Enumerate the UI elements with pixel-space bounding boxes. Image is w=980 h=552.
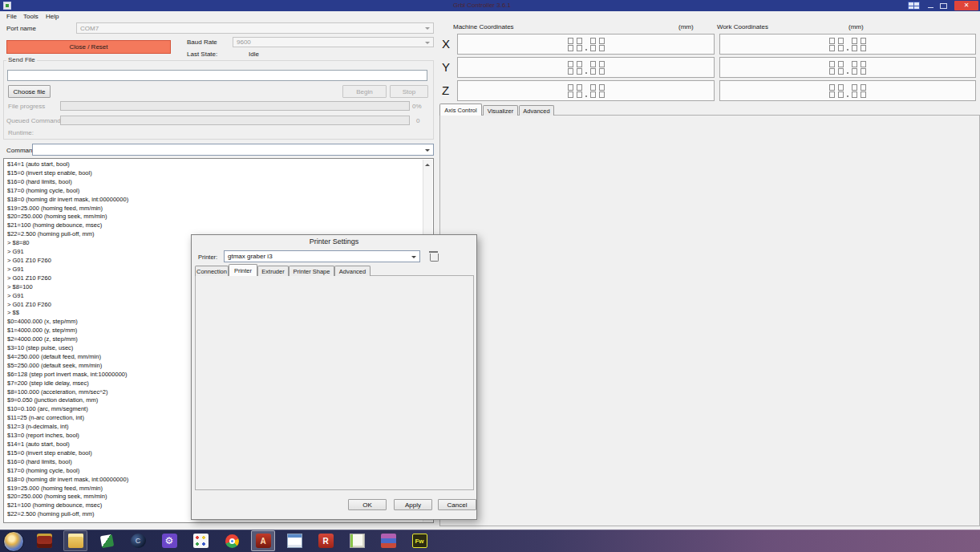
taskbar-icon-r-cube-glyph: R	[318, 534, 334, 548]
work-coordinate-display-z	[719, 80, 976, 101]
taskbar-icon-document[interactable]	[282, 530, 306, 551]
stop-button[interactable]: Stop	[390, 85, 428, 98]
printer-settings-dialog: Printer Settings Printer: gtmax graber i…	[191, 234, 477, 520]
maximize-button[interactable]	[938, 2, 948, 10]
delete-printer-icon[interactable]	[430, 254, 439, 262]
dialog-tab-connection[interactable]: Connection	[195, 266, 229, 276]
axis-control-panel	[439, 115, 980, 526]
taskbar-icon-cinema4d-glyph: C	[131, 534, 146, 548]
log-line: $16=0 (hard limits, bool)	[7, 178, 422, 187]
app-icon	[3, 2, 11, 10]
start-button[interactable]	[3, 531, 24, 552]
dialog-title: Printer Settings	[192, 237, 476, 246]
printer-tab-page	[195, 275, 474, 490]
printer-label: Printer:	[198, 254, 217, 261]
tab-advanced[interactable]: Advanced	[519, 105, 554, 116]
dialog-tab-advanced[interactable]: Advanced	[334, 266, 371, 276]
dialog-tab-printer-shape[interactable]: Printer Shape	[289, 266, 334, 276]
taskbar-icon-chrome-glyph	[225, 534, 239, 548]
menu-bar: File Tools Help	[0, 11, 980, 22]
log-line: $14=1 (auto start, bool)	[7, 160, 422, 169]
cancel-button[interactable]: Cancel	[438, 499, 476, 510]
taskbar-icon-books[interactable]	[32, 530, 56, 551]
last-state-value: Idle	[249, 51, 259, 58]
begin-button[interactable]: Begin	[342, 85, 387, 98]
taskbar-icon-chrome[interactable]	[220, 530, 244, 551]
baud-value: 9600	[237, 39, 251, 46]
machine-coordinate-display-y	[457, 57, 715, 78]
tab-axis-control[interactable]: Axis Control	[439, 104, 482, 116]
queued-commands-label: Queued Commands	[6, 117, 64, 124]
language-grid-icon[interactable]	[908, 2, 920, 10]
work-coordinate-display-x	[719, 34, 976, 55]
taskbar-icon-grbl-controller[interactable]: A	[251, 530, 275, 551]
taskbar-icon-explorer[interactable]	[63, 530, 87, 551]
taskbar-icon-usb-glyph	[99, 534, 113, 547]
port-combo[interactable]: COM7	[76, 22, 434, 34]
taskbar-icon-r-cube[interactable]: R	[314, 530, 338, 551]
dialog-tab-printer[interactable]: Printer	[229, 264, 257, 276]
command-combo[interactable]	[32, 144, 434, 156]
log-line: $21=100 (homing debounce, msec)	[7, 221, 422, 230]
ok-button[interactable]: OK	[348, 499, 387, 510]
menu-file[interactable]: File	[6, 13, 17, 20]
axis-label-y: Y	[442, 60, 450, 74]
apply-button[interactable]: Apply	[394, 499, 432, 510]
port-name-label: Port name	[6, 25, 36, 32]
port-value: COM7	[80, 25, 99, 32]
log-line: $18=0 (homing dir invert mask, int:00000…	[7, 196, 422, 205]
menu-help[interactable]: Help	[46, 13, 59, 20]
log-line: $20=250.000 (homing seek, mm/min)	[7, 213, 422, 221]
taskbar-icon-settings-gear[interactable]: ⚙	[157, 530, 181, 551]
printer-value: gtmax graber i3	[228, 253, 273, 260]
taskbar-icon-document-glyph	[287, 534, 302, 548]
taskbar-icon-cinema4d[interactable]: C	[126, 530, 150, 551]
desktop: Grbl Controller 3.6.1 File Tools Help Po…	[0, 0, 980, 552]
work-coordinates-label: Work Coordinates	[717, 23, 768, 30]
baud-combo[interactable]: 9600	[233, 37, 434, 47]
file-progress-bar	[60, 101, 410, 111]
taskbar-icon-grbl-controller-glyph: A	[256, 534, 271, 548]
dialog-tab-extruder[interactable]: Extruder	[257, 266, 289, 276]
machine-coordinates-label: Machine Coordinates	[453, 23, 514, 30]
machine-units-label: (mm)	[678, 23, 694, 30]
taskbar-icon-usb[interactable]	[95, 530, 119, 551]
runtime-label: Runtime:	[8, 129, 34, 136]
last-state-label: Last State:	[187, 51, 217, 58]
window-titlebar: Grbl Controller 3.6.1	[0, 0, 980, 11]
taskbar-icon-fireworks-glyph: Fw	[412, 534, 427, 548]
baud-rate-label: Baud Rate	[187, 39, 217, 46]
work-coordinate-display-y	[719, 57, 976, 78]
taskbar-icon-books-glyph	[37, 534, 52, 548]
tab-visualizer[interactable]: Visualizer	[483, 105, 518, 116]
printer-combo[interactable]: gtmax graber i3	[224, 250, 420, 262]
taskbar-icon-notepad[interactable]	[345, 530, 369, 551]
taskbar-icon-notepad-glyph	[350, 534, 365, 548]
axis-label-z: Z	[442, 83, 449, 97]
machine-coordinate-display-z	[457, 80, 715, 101]
file-progress-value: 0%	[412, 103, 422, 110]
menu-tools[interactable]: Tools	[23, 13, 38, 20]
log-line: $19=25.000 (homing feed, mm/min)	[7, 205, 422, 213]
taskbar-icon-winrar-glyph	[381, 534, 396, 548]
scroll-up-icon[interactable]	[425, 161, 430, 166]
taskbar: C⚙ARFw 16:35 15/02/2015	[0, 530, 980, 552]
taskbar-icon-apps-grid[interactable]	[188, 530, 213, 551]
window-title: Grbl Controller 3.6.1	[453, 2, 511, 9]
queued-commands-value: 0	[416, 117, 419, 124]
file-path-input[interactable]	[7, 70, 427, 81]
axis-label-x: X	[442, 37, 450, 51]
close-reset-button[interactable]: Close / Reset	[6, 40, 171, 54]
choose-file-button[interactable]: Choose file	[8, 85, 51, 98]
taskbar-icon-settings-gear-glyph: ⚙	[162, 534, 177, 548]
queued-commands-bar	[60, 116, 410, 125]
log-line: $17=0 (homing cycle, bool)	[7, 187, 422, 196]
taskbar-icon-apps-grid-glyph	[193, 534, 209, 548]
taskbar-icon-fireworks[interactable]: Fw	[407, 530, 431, 551]
send-file-group-label: Send File	[6, 56, 37, 63]
close-button[interactable]	[954, 1, 978, 10]
minimize-button[interactable]	[926, 2, 936, 10]
taskbar-icon-winrar[interactable]	[376, 530, 400, 551]
log-line: $15=0 (invert step enable, bool)	[7, 169, 422, 178]
file-progress-label: File progress	[8, 103, 45, 110]
